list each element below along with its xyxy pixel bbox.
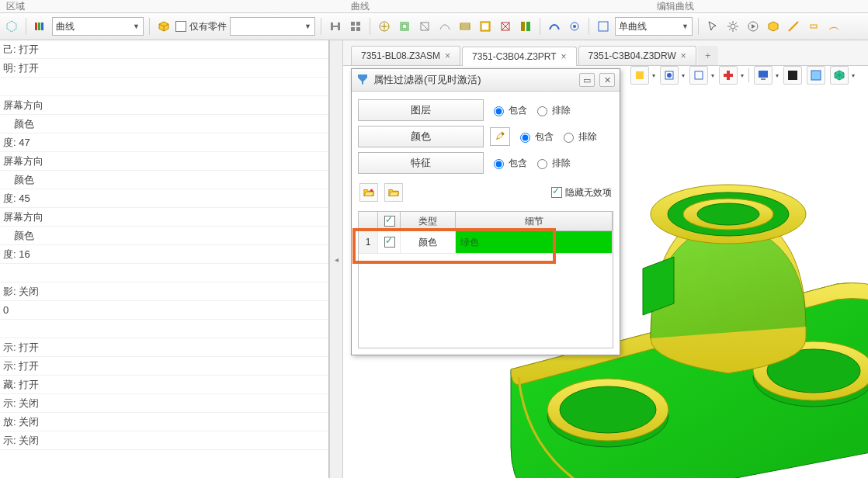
cube-icon[interactable] (765, 18, 782, 35)
feature-exclude-radio[interactable]: 排除 (533, 157, 571, 170)
svg-rect-28 (811, 25, 817, 28)
document-tab[interactable]: 7351-C3B04.Z3DRW× (578, 46, 696, 65)
feature-include-radio[interactable]: 包含 (490, 157, 527, 170)
property-row[interactable]: 屏幕方向 (0, 208, 328, 227)
tool-icon-4[interactable] (396, 18, 413, 35)
vt-icon-8[interactable] (830, 66, 849, 85)
vt-icon-6[interactable] (783, 66, 802, 85)
tool-icon-7[interactable] (457, 18, 474, 35)
close-icon[interactable]: × (681, 50, 686, 61)
hide-invalid-checkbox[interactable]: 隐藏无效项 (551, 186, 612, 199)
tool-icon-8[interactable] (477, 18, 494, 35)
eyedropper-icon[interactable] (490, 127, 510, 146)
play-icon[interactable] (745, 18, 762, 35)
property-row[interactable]: 屏幕方向 (0, 152, 328, 171)
property-row[interactable]: 颜色 (0, 227, 328, 245)
grid-row-check[interactable] (378, 231, 401, 253)
color-include-radio[interactable]: 包含 (516, 130, 554, 144)
hexagon-icon[interactable] (3, 18, 20, 35)
property-row[interactable]: 示: 关闭 (0, 394, 328, 413)
property-row[interactable]: 颜色 (0, 171, 328, 189)
tool-icon-1[interactable] (327, 18, 344, 35)
arc-icon[interactable] (825, 18, 842, 35)
new-tab-button[interactable]: + (698, 46, 718, 65)
property-row[interactable]: 放: 关闭 (0, 413, 328, 431)
tool-icon-11[interactable] (546, 18, 563, 35)
gear-icon[interactable] (724, 18, 741, 35)
color-bars-icon[interactable] (32, 18, 49, 35)
grid-check-all[interactable] (378, 212, 401, 230)
tool-icon-6[interactable] (436, 18, 453, 35)
tool-icon-13[interactable] (595, 18, 612, 35)
tool-icon-2[interactable] (347, 18, 364, 35)
svg-rect-8 (356, 22, 360, 26)
grid-row-detail: 绿色 (456, 231, 613, 253)
property-row[interactable]: 影: 关闭 (0, 282, 328, 301)
svg-line-27 (789, 22, 798, 31)
folder-open-icon[interactable] (359, 183, 378, 202)
close-icon[interactable]: × (445, 50, 450, 61)
close-icon[interactable]: × (561, 51, 567, 62)
dialog-titlebar[interactable]: 属性过滤器(可见时激活) ▭ ✕ (352, 69, 620, 92)
curve-combo[interactable]: 曲线▼ (52, 17, 144, 36)
cursor-icon[interactable] (704, 18, 721, 35)
document-tab[interactable]: 7351-C3B04.Z3PRT× (462, 47, 577, 66)
tool-icon-9[interactable] (497, 18, 514, 35)
rect-small-icon[interactable] (805, 18, 822, 35)
property-row[interactable] (0, 320, 328, 338)
layer-include-radio[interactable]: 包含 (490, 104, 527, 117)
svg-point-31 (667, 73, 672, 78)
filter-layer-button[interactable]: 图层 (358, 99, 484, 121)
property-row[interactable] (0, 78, 328, 96)
dialog-close-button[interactable]: ✕ (599, 73, 615, 87)
svg-point-51 (370, 189, 373, 192)
property-row[interactable] (0, 264, 328, 282)
vt-icon-2[interactable] (660, 66, 679, 85)
main-toolbar: 曲线▼ 仅有零件 ▼ 单曲线▼ (0, 13, 868, 40)
grid-header-detail[interactable]: 细节 (456, 212, 613, 230)
filter-color-button[interactable]: 颜色 (358, 126, 484, 147)
document-tab[interactable]: 7351-BL08.Z3ASM× (351, 46, 460, 65)
tool-icon-10[interactable] (517, 18, 534, 35)
tool-icon-12[interactable] (566, 18, 583, 35)
grid-row[interactable]: 1颜色绿色 (359, 231, 613, 254)
color-exclude-radio[interactable]: 排除 (560, 130, 597, 144)
folder-icon[interactable] (384, 183, 403, 202)
property-row[interactable]: 己: 打开 (0, 40, 328, 59)
parts-only-label: 仅有零件 (189, 20, 227, 33)
box-icon[interactable] (155, 18, 172, 35)
single-curve-label: 单曲线 (619, 20, 647, 33)
property-row[interactable]: 明: 打开 (0, 59, 328, 78)
svg-rect-6 (338, 23, 340, 30)
property-row[interactable]: 度: 45 (0, 189, 328, 208)
property-row[interactable]: 0 (0, 301, 328, 320)
vt-icon-3[interactable] (689, 66, 708, 85)
parts-only-checkbox[interactable]: 仅有零件 (175, 20, 227, 33)
svg-marker-0 (7, 21, 16, 32)
property-row[interactable]: 屏幕方向 (0, 96, 328, 115)
grid-header-type[interactable]: 类型 (401, 212, 456, 230)
property-row[interactable]: 颜色 (0, 115, 328, 133)
dialog-collapse-button[interactable]: ▭ (579, 73, 595, 87)
property-panel: 己: 打开明: 打开屏幕方向颜色度: 47屏幕方向颜色度: 45屏幕方向颜色度:… (0, 40, 329, 478)
vt-icon-7[interactable] (807, 66, 825, 85)
filter-feature-button[interactable]: 特征 (358, 152, 484, 174)
property-row[interactable]: 藏: 打开 (0, 376, 328, 394)
property-row[interactable]: 度: 16 (0, 245, 328, 264)
collapse-handle[interactable]: ◂ (329, 40, 343, 478)
tool-icon-5[interactable] (416, 18, 433, 35)
vt-icon-1[interactable] (630, 66, 649, 85)
tool-icon-3[interactable] (376, 18, 393, 35)
vt-icon-5[interactable] (754, 66, 773, 85)
property-row[interactable]: 示: 打开 (0, 338, 328, 357)
property-row[interactable]: 示: 打开 (0, 357, 328, 376)
vt-icon-4[interactable] (719, 66, 738, 85)
single-curve-combo[interactable]: 单曲线▼ (615, 17, 693, 36)
layer-exclude-radio[interactable]: 排除 (533, 104, 571, 117)
property-row[interactable]: 度: 47 (0, 133, 328, 152)
line-icon[interactable] (785, 18, 802, 35)
property-row[interactable]: 示: 关闭 (0, 431, 328, 450)
viewport[interactable]: 7351-BL08.Z3ASM×7351-C3B04.Z3PRT×7351-C3… (343, 40, 868, 478)
property-list[interactable]: 己: 打开明: 打开屏幕方向颜色度: 47屏幕方向颜色度: 45屏幕方向颜色度:… (0, 40, 328, 478)
parts-combo[interactable]: ▼ (230, 17, 315, 36)
